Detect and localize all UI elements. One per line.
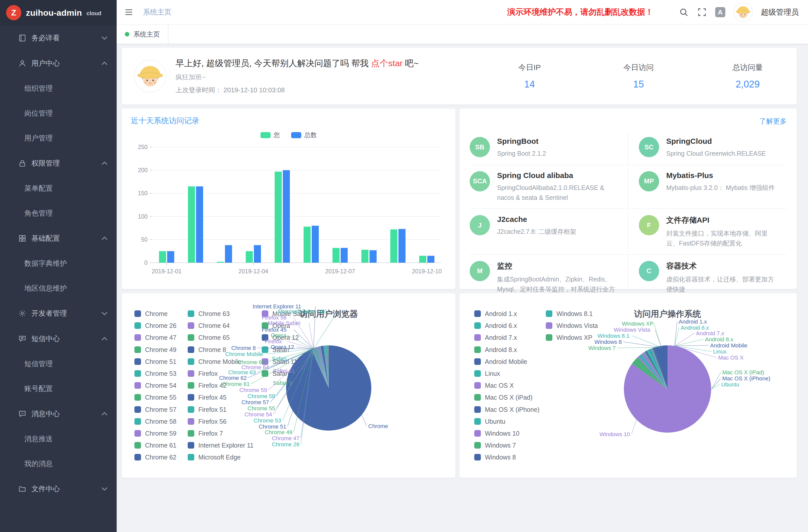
sidebar-item-label: 消息中心: [32, 409, 102, 419]
legend-item-firefox-56[interactable]: Firefox 56: [188, 418, 254, 425]
legend-swatch: [188, 382, 194, 389]
legend-label: Chrome 49: [145, 346, 177, 353]
legend-item-opera-12[interactable]: Opera 12: [262, 334, 309, 341]
legend-item-chrome-26[interactable]: Chrome 26: [134, 322, 177, 329]
legend-item-chrome-53[interactable]: Chrome 53: [134, 370, 177, 377]
sidebar-item-sms-center[interactable]: 短信中心: [0, 326, 117, 351]
search-icon[interactable]: [679, 7, 689, 17]
pie-slice-chrome-8: [317, 347, 329, 388]
sidebar-item-must-read[interactable]: 务必详看: [0, 25, 117, 51]
legend-item-chrome-mobile[interactable]: Chrome Mobile: [188, 358, 254, 365]
tech-item-file-storage-api: F文件存储API封装文件接口，实现本地存储、阿里云、FastDFS存储的配置化: [628, 209, 787, 255]
sidebar-subitem-data-dictionary[interactable]: 数据字典维护: [0, 251, 117, 276]
legend-item-firefox-42[interactable]: Firefox 42: [188, 382, 254, 389]
pie-legend-column: Windows 8.1Windows VistaWindows XP: [546, 310, 598, 346]
legend-label: Chrome Mobile: [198, 358, 241, 365]
legend-item-windows-vista[interactable]: Windows Vista: [546, 322, 598, 329]
book-icon: [18, 34, 26, 42]
legend-item-android-7-x[interactable]: Android 7.x: [474, 334, 539, 341]
legend-item-firefox-45[interactable]: Firefox 45: [188, 394, 254, 401]
legend-item-firefox-51[interactable]: Firefox 51: [188, 406, 254, 413]
sidebar-item-file-center[interactable]: 文件中心: [0, 476, 117, 501]
legend-item-chrome-47[interactable]: Chrome 47: [134, 334, 177, 341]
legend-swatch: [262, 358, 268, 365]
chevron-up-icon: [102, 162, 108, 165]
legend-item-chrome[interactable]: Chrome: [134, 310, 177, 317]
legend-item-chrome-54[interactable]: Chrome 54: [134, 382, 177, 389]
font-size-icon[interactable]: A: [715, 7, 725, 17]
sidebar-subitem-message-push[interactable]: 消息推送: [0, 426, 117, 451]
sidebar-subitem-menu-config[interactable]: 菜单配置: [0, 176, 117, 201]
legend-item-firefox-7[interactable]: Firefox 7: [188, 430, 254, 437]
tech-desc: SpringCloudAlibaba2.1.0.RELEASE & nacos …: [497, 183, 621, 203]
sidebar-item-basic-config[interactable]: 基础配置: [0, 226, 117, 251]
pie-callout-label: Windows 8.1: [598, 333, 629, 339]
legend-item-opera[interactable]: Opera: [262, 322, 309, 329]
legend-item-windows-8-1[interactable]: Windows 8.1: [546, 310, 598, 317]
legend-item-mobile-safari[interactable]: Mobile Safari: [262, 310, 309, 317]
legend-item-chrome-65[interactable]: Chrome 65: [188, 334, 254, 341]
legend-item-linux[interactable]: Linux: [474, 370, 539, 377]
sidebar-subitem-account-config[interactable]: 账号配置: [0, 376, 117, 401]
greeting-avatar: [134, 60, 166, 92]
legend-item-safari[interactable]: Safari: [262, 346, 309, 353]
collapse-sidebar-icon[interactable]: [124, 7, 134, 17]
pie-slice-linux: [648, 349, 667, 389]
sidebar-subitem-user-management[interactable]: 用户管理: [0, 126, 117, 151]
legend-item-windows-10[interactable]: Windows 10: [474, 430, 539, 437]
pie-slice-chrome-64: [316, 347, 329, 388]
tab-home[interactable]: 系统主页: [117, 25, 168, 43]
sidebar-item-developer[interactable]: 开发者管理: [0, 301, 117, 326]
legend-item-android-8-x[interactable]: Android 8.x: [474, 346, 539, 353]
legend-item-chrome-51[interactable]: Chrome 51: [134, 358, 177, 365]
sidebar-subitem-area-info[interactable]: 地区信息维护: [0, 276, 117, 301]
sidebar-item-user-center[interactable]: 用户中心: [0, 51, 117, 76]
legend-item-ubuntu[interactable]: Ubuntu: [474, 418, 539, 425]
legend-item-chrome-57[interactable]: Chrome 57: [134, 406, 177, 413]
legend-label: Mac OS X (iPad): [485, 394, 533, 401]
legend-item-mac-os-x-iphone[interactable]: Mac OS X (iPhone): [474, 406, 539, 413]
legend-item-chrome-59[interactable]: Chrome 59: [134, 430, 177, 437]
app-logo[interactable]: Z zuihou-admin cloud: [0, 0, 117, 25]
legend-swatch: [291, 132, 301, 138]
legend-item-microsoft-edge[interactable]: Microsoft Edge: [188, 454, 254, 460]
legend-item-chrome-58[interactable]: Chrome 58: [134, 418, 177, 425]
learn-more-link[interactable]: 了解更多: [759, 117, 787, 126]
legend-item-internet-explorer-11[interactable]: Internet Explorer 11: [188, 442, 254, 448]
legend-item-chrome-55[interactable]: Chrome 55: [134, 394, 177, 401]
legend-item-mac-os-x-ipad[interactable]: Mac OS X (iPad): [474, 394, 539, 401]
sidebar-subitem-org-management[interactable]: 组织管理: [0, 76, 117, 101]
user-avatar[interactable]: [733, 2, 753, 22]
legend-item-android-mobile[interactable]: Android Mobile: [474, 358, 539, 365]
star-link[interactable]: 点个star: [371, 58, 403, 68]
legend-item-chrome-49[interactable]: Chrome 49: [134, 346, 177, 353]
legend-item-mac-os-x[interactable]: Mac OS X: [474, 382, 539, 389]
pie-slice-chrome-mobile: [317, 347, 329, 388]
legend-item-chrome-63[interactable]: Chrome 63: [188, 310, 254, 317]
legend-item-windows-8[interactable]: Windows 8: [474, 454, 539, 460]
username[interactable]: 超级管理员: [761, 7, 799, 18]
legend-item-chrome-8[interactable]: Chrome 8: [188, 346, 254, 353]
legend-item-chrome-61[interactable]: Chrome 61: [134, 442, 177, 448]
legend-item-chrome-64[interactable]: Chrome 64: [188, 322, 254, 329]
sidebar-subitem-my-messages[interactable]: 我的消息: [0, 451, 117, 476]
legend-item-firefox[interactable]: Firefox: [188, 370, 254, 377]
sidebar-subitem-role-management[interactable]: 角色管理: [0, 201, 117, 226]
svg-text:100: 100: [138, 213, 148, 220]
legend-item-windows-7[interactable]: Windows 7: [474, 442, 539, 448]
sidebar-item-message-center[interactable]: 消息中心: [0, 401, 117, 426]
legend-item-total[interactable]: 总数: [291, 131, 317, 139]
fullscreen-icon[interactable]: [697, 7, 707, 17]
legend-item-safari-9[interactable]: Safari 9: [262, 370, 309, 377]
tech-badge-monitor: M: [470, 261, 490, 281]
legend-item-android-6-x[interactable]: Android 6.x: [474, 322, 539, 329]
legend-item-windows-xp[interactable]: Windows XP: [546, 334, 598, 341]
legend-item-chrome-62[interactable]: Chrome 62: [134, 454, 177, 460]
sidebar-subitem-sms-management[interactable]: 短信管理: [0, 351, 117, 376]
legend-item-you[interactable]: 您: [260, 131, 280, 139]
legend-item-safari-11[interactable]: Safari 11: [262, 358, 309, 365]
breadcrumb[interactable]: 系统主页: [143, 7, 171, 17]
legend-item-android-1-x[interactable]: Android 1.x: [474, 310, 539, 317]
sidebar-subitem-post-management[interactable]: 岗位管理: [0, 101, 117, 126]
sidebar-item-permission[interactable]: 权限管理: [0, 151, 117, 176]
